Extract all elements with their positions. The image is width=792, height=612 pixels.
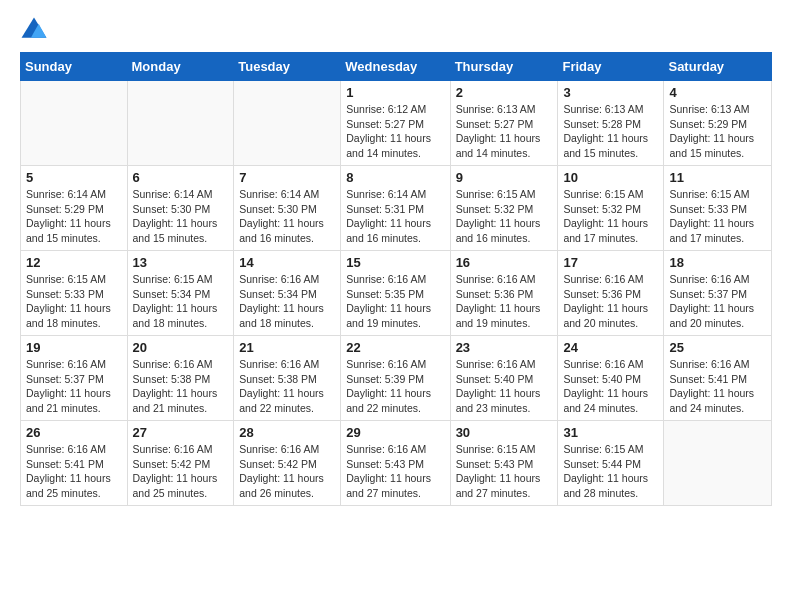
- day-number: 6: [133, 170, 229, 185]
- day-info: Sunrise: 6:16 AMSunset: 5:36 PMDaylight:…: [456, 272, 553, 331]
- calendar-week-row: 26Sunrise: 6:16 AMSunset: 5:41 PMDayligh…: [21, 421, 772, 506]
- calendar-week-row: 12Sunrise: 6:15 AMSunset: 5:33 PMDayligh…: [21, 251, 772, 336]
- calendar-cell: 2Sunrise: 6:13 AMSunset: 5:27 PMDaylight…: [450, 81, 558, 166]
- day-number: 25: [669, 340, 766, 355]
- day-number: 9: [456, 170, 553, 185]
- day-number: 21: [239, 340, 335, 355]
- day-info: Sunrise: 6:13 AMSunset: 5:28 PMDaylight:…: [563, 102, 658, 161]
- logo-icon: [20, 16, 48, 44]
- calendar-cell: 25Sunrise: 6:16 AMSunset: 5:41 PMDayligh…: [664, 336, 772, 421]
- day-number: 3: [563, 85, 658, 100]
- calendar-cell: 14Sunrise: 6:16 AMSunset: 5:34 PMDayligh…: [234, 251, 341, 336]
- calendar-week-row: 5Sunrise: 6:14 AMSunset: 5:29 PMDaylight…: [21, 166, 772, 251]
- day-info: Sunrise: 6:13 AMSunset: 5:29 PMDaylight:…: [669, 102, 766, 161]
- day-info: Sunrise: 6:16 AMSunset: 5:37 PMDaylight:…: [26, 357, 122, 416]
- weekday-header: Friday: [558, 53, 664, 81]
- calendar-cell: 12Sunrise: 6:15 AMSunset: 5:33 PMDayligh…: [21, 251, 128, 336]
- day-info: Sunrise: 6:14 AMSunset: 5:31 PMDaylight:…: [346, 187, 444, 246]
- weekday-header: Monday: [127, 53, 234, 81]
- day-number: 27: [133, 425, 229, 440]
- day-number: 4: [669, 85, 766, 100]
- calendar-table: SundayMondayTuesdayWednesdayThursdayFrid…: [20, 52, 772, 506]
- weekday-header-row: SundayMondayTuesdayWednesdayThursdayFrid…: [21, 53, 772, 81]
- calendar-cell: 18Sunrise: 6:16 AMSunset: 5:37 PMDayligh…: [664, 251, 772, 336]
- calendar-cell: 16Sunrise: 6:16 AMSunset: 5:36 PMDayligh…: [450, 251, 558, 336]
- day-info: Sunrise: 6:16 AMSunset: 5:37 PMDaylight:…: [669, 272, 766, 331]
- calendar-cell: 3Sunrise: 6:13 AMSunset: 5:28 PMDaylight…: [558, 81, 664, 166]
- calendar-cell: 23Sunrise: 6:16 AMSunset: 5:40 PMDayligh…: [450, 336, 558, 421]
- calendar-cell: [234, 81, 341, 166]
- calendar-cell: 15Sunrise: 6:16 AMSunset: 5:35 PMDayligh…: [341, 251, 450, 336]
- weekday-header: Wednesday: [341, 53, 450, 81]
- calendar-cell: 9Sunrise: 6:15 AMSunset: 5:32 PMDaylight…: [450, 166, 558, 251]
- calendar-cell: 17Sunrise: 6:16 AMSunset: 5:36 PMDayligh…: [558, 251, 664, 336]
- calendar-cell: 6Sunrise: 6:14 AMSunset: 5:30 PMDaylight…: [127, 166, 234, 251]
- calendar-cell: 10Sunrise: 6:15 AMSunset: 5:32 PMDayligh…: [558, 166, 664, 251]
- calendar-cell: 22Sunrise: 6:16 AMSunset: 5:39 PMDayligh…: [341, 336, 450, 421]
- day-info: Sunrise: 6:14 AMSunset: 5:30 PMDaylight:…: [133, 187, 229, 246]
- day-info: Sunrise: 6:16 AMSunset: 5:38 PMDaylight:…: [133, 357, 229, 416]
- calendar-cell: 7Sunrise: 6:14 AMSunset: 5:30 PMDaylight…: [234, 166, 341, 251]
- day-info: Sunrise: 6:15 AMSunset: 5:43 PMDaylight:…: [456, 442, 553, 501]
- calendar-cell: 5Sunrise: 6:14 AMSunset: 5:29 PMDaylight…: [21, 166, 128, 251]
- day-info: Sunrise: 6:16 AMSunset: 5:39 PMDaylight:…: [346, 357, 444, 416]
- day-info: Sunrise: 6:16 AMSunset: 5:34 PMDaylight:…: [239, 272, 335, 331]
- day-number: 13: [133, 255, 229, 270]
- day-number: 1: [346, 85, 444, 100]
- weekday-header: Sunday: [21, 53, 128, 81]
- calendar-cell: 27Sunrise: 6:16 AMSunset: 5:42 PMDayligh…: [127, 421, 234, 506]
- day-number: 5: [26, 170, 122, 185]
- day-number: 22: [346, 340, 444, 355]
- day-number: 11: [669, 170, 766, 185]
- calendar-cell: 4Sunrise: 6:13 AMSunset: 5:29 PMDaylight…: [664, 81, 772, 166]
- day-number: 14: [239, 255, 335, 270]
- day-info: Sunrise: 6:16 AMSunset: 5:41 PMDaylight:…: [26, 442, 122, 501]
- day-number: 7: [239, 170, 335, 185]
- day-info: Sunrise: 6:15 AMSunset: 5:32 PMDaylight:…: [456, 187, 553, 246]
- calendar-cell: 19Sunrise: 6:16 AMSunset: 5:37 PMDayligh…: [21, 336, 128, 421]
- day-number: 10: [563, 170, 658, 185]
- calendar-cell: 21Sunrise: 6:16 AMSunset: 5:38 PMDayligh…: [234, 336, 341, 421]
- weekday-header: Thursday: [450, 53, 558, 81]
- page-header: [20, 16, 772, 44]
- calendar-cell: 29Sunrise: 6:16 AMSunset: 5:43 PMDayligh…: [341, 421, 450, 506]
- day-info: Sunrise: 6:15 AMSunset: 5:33 PMDaylight:…: [26, 272, 122, 331]
- weekday-header: Tuesday: [234, 53, 341, 81]
- day-info: Sunrise: 6:16 AMSunset: 5:40 PMDaylight:…: [456, 357, 553, 416]
- day-info: Sunrise: 6:16 AMSunset: 5:42 PMDaylight:…: [133, 442, 229, 501]
- day-info: Sunrise: 6:14 AMSunset: 5:30 PMDaylight:…: [239, 187, 335, 246]
- calendar-cell: [127, 81, 234, 166]
- day-info: Sunrise: 6:15 AMSunset: 5:44 PMDaylight:…: [563, 442, 658, 501]
- day-number: 24: [563, 340, 658, 355]
- day-info: Sunrise: 6:15 AMSunset: 5:32 PMDaylight:…: [563, 187, 658, 246]
- calendar-week-row: 1Sunrise: 6:12 AMSunset: 5:27 PMDaylight…: [21, 81, 772, 166]
- day-number: 19: [26, 340, 122, 355]
- calendar-cell: 11Sunrise: 6:15 AMSunset: 5:33 PMDayligh…: [664, 166, 772, 251]
- day-number: 23: [456, 340, 553, 355]
- day-number: 20: [133, 340, 229, 355]
- day-info: Sunrise: 6:15 AMSunset: 5:33 PMDaylight:…: [669, 187, 766, 246]
- day-number: 30: [456, 425, 553, 440]
- calendar-cell: 26Sunrise: 6:16 AMSunset: 5:41 PMDayligh…: [21, 421, 128, 506]
- day-info: Sunrise: 6:16 AMSunset: 5:36 PMDaylight:…: [563, 272, 658, 331]
- day-number: 12: [26, 255, 122, 270]
- calendar-cell: 30Sunrise: 6:15 AMSunset: 5:43 PMDayligh…: [450, 421, 558, 506]
- calendar-cell: [21, 81, 128, 166]
- day-number: 26: [26, 425, 122, 440]
- calendar-cell: 28Sunrise: 6:16 AMSunset: 5:42 PMDayligh…: [234, 421, 341, 506]
- day-number: 2: [456, 85, 553, 100]
- day-info: Sunrise: 6:16 AMSunset: 5:35 PMDaylight:…: [346, 272, 444, 331]
- logo: [20, 16, 52, 44]
- day-number: 28: [239, 425, 335, 440]
- day-number: 17: [563, 255, 658, 270]
- day-number: 16: [456, 255, 553, 270]
- day-info: Sunrise: 6:13 AMSunset: 5:27 PMDaylight:…: [456, 102, 553, 161]
- day-info: Sunrise: 6:15 AMSunset: 5:34 PMDaylight:…: [133, 272, 229, 331]
- calendar-cell: 31Sunrise: 6:15 AMSunset: 5:44 PMDayligh…: [558, 421, 664, 506]
- day-info: Sunrise: 6:16 AMSunset: 5:43 PMDaylight:…: [346, 442, 444, 501]
- day-info: Sunrise: 6:16 AMSunset: 5:42 PMDaylight:…: [239, 442, 335, 501]
- day-info: Sunrise: 6:14 AMSunset: 5:29 PMDaylight:…: [26, 187, 122, 246]
- calendar-week-row: 19Sunrise: 6:16 AMSunset: 5:37 PMDayligh…: [21, 336, 772, 421]
- day-number: 8: [346, 170, 444, 185]
- calendar-cell: [664, 421, 772, 506]
